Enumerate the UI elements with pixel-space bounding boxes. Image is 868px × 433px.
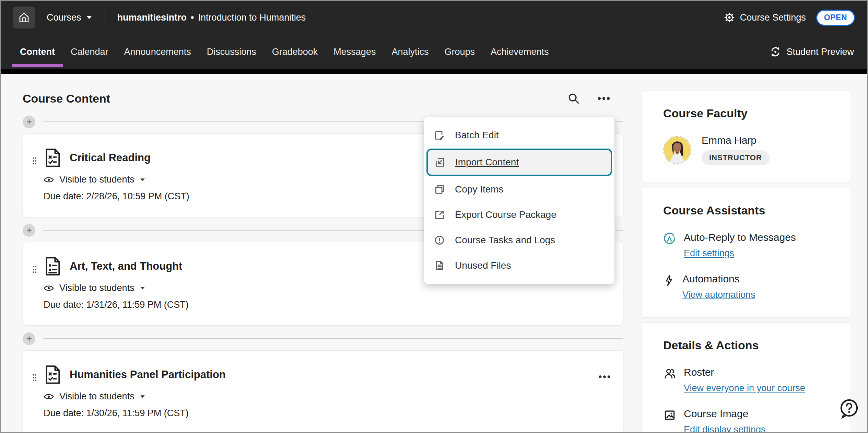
visibility-dropdown[interactable]: Visible to students — [44, 391, 598, 402]
add-content-button[interactable] — [23, 116, 35, 128]
search-button[interactable] — [567, 92, 580, 105]
menu-item-batch-edit[interactable]: Batch Edit — [424, 122, 614, 148]
page-title: Course Content — [23, 92, 110, 105]
home-icon — [18, 11, 30, 24]
header-bottom-strip — [1, 69, 867, 74]
tab-calendar[interactable]: Calendar — [63, 34, 116, 69]
chevron-down-icon — [140, 395, 145, 398]
course-assistants-heading: Course Assistants — [663, 204, 836, 217]
roster-people-icon — [663, 367, 676, 394]
student-preview-button[interactable]: Student Preview — [769, 46, 856, 58]
courses-dropdown[interactable]: Courses — [47, 12, 92, 23]
assignment-document-icon — [44, 257, 61, 276]
content-options-menu: Batch Edit Import Content Copy Items — [424, 117, 615, 284]
breadcrumb-separator: • — [191, 12, 194, 23]
add-content-button[interactable] — [23, 332, 35, 345]
tab-discussions[interactable]: Discussions — [199, 34, 264, 69]
tab-content[interactable]: Content — [12, 34, 63, 69]
tab-achievements[interactable]: Achievements — [483, 34, 557, 69]
add-content-divider — [23, 332, 623, 346]
tab-gradebook[interactable]: Gradebook — [264, 34, 326, 69]
instructor-avatar[interactable] — [663, 136, 691, 164]
course-settings-button[interactable]: Course Settings — [724, 12, 806, 23]
auto-reply-item: Auto-Reply to Messages Edit settings — [663, 232, 836, 259]
roster-title: Roster — [684, 366, 805, 378]
add-content-button[interactable] — [23, 224, 35, 237]
content-options-menu-button[interactable] — [597, 91, 611, 106]
import-content-icon — [434, 156, 446, 168]
unused-files-icon — [434, 260, 445, 271]
view-automations-link[interactable]: View automations — [682, 290, 755, 300]
drag-handle[interactable] — [31, 153, 39, 202]
visibility-eye-icon — [44, 176, 54, 184]
visibility-eye-icon — [44, 284, 54, 292]
menu-item-copy-items[interactable]: Copy Items — [424, 177, 614, 202]
plus-icon — [26, 118, 33, 125]
help-question-icon — [838, 398, 860, 421]
course-image-title: Course Image — [684, 408, 766, 420]
visibility-dropdown[interactable]: Visible to students — [44, 283, 598, 293]
course-faculty-panel: Course Faculty Emma Harp INSTRUCTOR — [642, 91, 850, 183]
test-document-icon — [44, 365, 61, 384]
automations-title: Automations — [682, 273, 755, 285]
instructor-name: Emma Harp — [702, 134, 770, 146]
search-icon — [567, 92, 580, 105]
course-settings-label: Course Settings — [740, 12, 806, 23]
content-item-card: Humanities Panel Participation Visible t… — [23, 350, 623, 433]
details-actions-panel: Details & Actions Roster View everyone i… — [642, 323, 850, 433]
chevron-down-icon — [86, 15, 92, 20]
batch-edit-icon — [434, 129, 445, 141]
menu-item-unused-files[interactable]: Unused Files — [424, 253, 614, 278]
ai-auto-reply-icon — [663, 232, 676, 259]
tab-announcements[interactable]: Announcements — [116, 34, 199, 69]
visibility-eye-icon — [44, 393, 54, 400]
tab-groups[interactable]: Groups — [436, 34, 483, 69]
drag-handle[interactable] — [31, 261, 39, 310]
menu-item-course-tasks-and-logs[interactable]: Course Tasks and Logs — [424, 227, 614, 253]
topbar-divider — [105, 9, 105, 26]
automations-item: Automations View automations — [663, 273, 836, 300]
content-item-title[interactable]: Critical Reading — [70, 152, 151, 164]
lightning-icon — [663, 274, 675, 300]
due-date: Due date: 1/31/26, 11:59 PM (CST) — [44, 300, 598, 310]
course-title: Introduction to Humanities — [198, 12, 306, 23]
course-breadcrumb: humanitiesintro • Introduction to Humani… — [117, 12, 306, 23]
ellipsis-icon — [597, 91, 611, 106]
chevron-down-icon — [140, 178, 145, 182]
details-actions-heading: Details & Actions — [663, 339, 836, 352]
content-item-title[interactable]: Humanities Panel Participation — [70, 368, 226, 381]
course-nav: Content Calendar Announcements Discussio… — [1, 34, 867, 69]
edit-display-settings-link[interactable]: Edit display settings — [684, 424, 766, 433]
copy-items-icon — [434, 184, 445, 195]
course-image-icon — [663, 409, 676, 433]
tasks-logs-icon — [434, 234, 445, 246]
export-package-icon — [434, 209, 445, 221]
home-button[interactable] — [13, 7, 35, 28]
plus-icon — [26, 335, 33, 342]
course-open-badge[interactable]: OPEN — [816, 10, 855, 26]
gear-icon — [724, 12, 735, 23]
student-preview-label: Student Preview — [786, 47, 854, 57]
due-date: Due date: 1/30/26, 11:59 PM (CST) — [44, 408, 598, 419]
course-assistants-panel: Course Assistants Auto-Reply to Messages… — [642, 188, 850, 318]
top-bar: Courses humanitiesintro • Introduction t… — [1, 1, 867, 34]
courses-label: Courses — [47, 12, 81, 23]
tab-analytics[interactable]: Analytics — [384, 34, 436, 69]
student-preview-swap-icon — [769, 46, 782, 58]
test-document-icon — [44, 148, 61, 167]
edit-settings-link[interactable]: Edit settings — [684, 248, 734, 259]
item-options-menu-button[interactable] — [598, 370, 611, 384]
plus-icon — [26, 227, 33, 234]
course-sidebar: Course Faculty Emma Harp INSTRUCTOR Cour… — [642, 91, 850, 433]
drag-handle[interactable] — [31, 370, 39, 419]
course-faculty-heading: Course Faculty — [663, 107, 836, 120]
help-button[interactable] — [838, 398, 860, 421]
content-item-title[interactable]: Art, Text, and Thought — [70, 260, 182, 272]
menu-item-export-course-package[interactable]: Export Course Package — [424, 202, 614, 227]
view-everyone-link[interactable]: View everyone in your course — [684, 383, 805, 394]
roster-item: Roster View everyone in your course — [663, 366, 836, 394]
chevron-down-icon — [140, 286, 145, 290]
tab-messages[interactable]: Messages — [326, 34, 384, 69]
menu-item-import-content[interactable]: Import Content — [426, 149, 612, 176]
auto-reply-title: Auto-Reply to Messages — [684, 232, 796, 243]
